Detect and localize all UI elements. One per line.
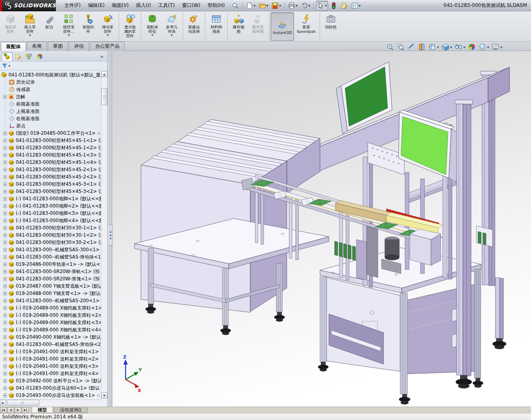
tree-item[interactable]: (固定) 019-20485-000工作平台<1> -:: [0, 129, 101, 137]
tree-item[interactable]: 原点: [0, 122, 101, 129]
tree-item[interactable]: 041-01283-000铝型材45×45-1<3> (默: [0, 151, 101, 159]
panel-collapse-handle[interactable]: ◀◀◀: [108, 225, 113, 246]
tree-item[interactable]: 041-01283-000铝型材45×45-3<1> (默: [0, 180, 101, 188]
open-button[interactable]: ▼: [258, 1, 270, 11]
left-cabinet[interactable]: [141, 119, 320, 312]
menu-item[interactable]: 视图(V): [108, 0, 132, 11]
expand-plus-icon[interactable]: [3, 343, 7, 346]
ribbon-button-exploded-view[interactable]: 爆炸视 图: [229, 12, 248, 41]
expand-plus-icon[interactable]: [3, 175, 7, 179]
monitor-front[interactable]: [399, 110, 460, 183]
sheet-tab[interactable]: 模型: [32, 407, 53, 413]
hide-show-items-button[interactable]: ▼: [454, 42, 466, 51]
tree-item[interactable]: 041-01283-000--机械臂SA5-滑动块<2: [0, 341, 101, 348]
tree-item[interactable]: (-) 041-01283-000地脚<2> (默认<<默: [0, 202, 101, 210]
ribbon-button-update-speedpak[interactable]: 更新 Speedpak: [294, 12, 318, 41]
tree-item[interactable]: 041-01283-000-SR20W-滑塊<1> (預: [0, 275, 101, 282]
menu-item[interactable]: 插入(I): [132, 0, 155, 11]
tree-item[interactable]: (-) 019-20489-000 X轴托板支撑柱<3>: [0, 319, 101, 326]
tree-item[interactable]: 019-20493-000步进马达安装板<1> -:: [0, 392, 101, 399]
tree-item[interactable]: 041-01283-000--机械臂SA5-200<1>: [0, 297, 101, 304]
search-button[interactable]: [230, 1, 240, 11]
front-right-column[interactable]: [455, 100, 473, 388]
dropdown-caret-icon[interactable]: ▼: [500, 46, 502, 49]
rebuild-button[interactable]: [329, 1, 339, 11]
vertical-scroll-thumb[interactable]: [101, 88, 107, 105]
command-tab[interactable]: 草图: [48, 42, 68, 51]
command-tab[interactable]: 办公室产品: [90, 42, 125, 51]
dropdown-caret-icon[interactable]: ▼: [171, 34, 173, 36]
tree-item[interactable]: 019-20490-000 X轴托板<1> -> (默认: [0, 333, 101, 341]
expand-plus-icon[interactable]: [3, 219, 7, 223]
tree-item[interactable]: 041-01283-000铝型材30×30-1<1> (默: [0, 224, 101, 231]
tree-item[interactable]: A注解: [0, 93, 101, 100]
expand-plus-icon[interactable]: [3, 386, 7, 390]
expand-plus-icon[interactable]: [3, 379, 7, 383]
tree-filter-input[interactable]: [13, 63, 106, 69]
expand-plus-icon[interactable]: [3, 132, 7, 135]
expand-plus-icon[interactable]: [3, 139, 7, 142]
expand-plus-icon[interactable]: [3, 241, 7, 244]
expand-plus-icon[interactable]: [3, 328, 7, 332]
command-tab[interactable]: 布局: [27, 42, 47, 51]
print-button[interactable]: ▼: [287, 1, 299, 11]
dropdown-caret-icon[interactable]: ▼: [296, 4, 298, 7]
command-tab[interactable]: 装配体: [1, 42, 26, 51]
previous-sheet-icon[interactable]: [7, 407, 14, 413]
tree-item[interactable]: (-) 019-20491-000 送料架支撑柱<4>: [0, 370, 101, 377]
tree-item[interactable]: 041-01283-000--机械臂SA5-滑动块<1: [0, 253, 101, 261]
last-sheet-icon[interactable]: [22, 407, 29, 413]
ribbon-button-smart-fasteners[interactable]: 智能扣 件: [79, 12, 98, 41]
ribbon-button-motion-study[interactable]: 新建运 动算例: [184, 12, 204, 41]
dropdown-caret-icon[interactable]: ▼: [487, 46, 489, 49]
tree-horizontal-scrollbar[interactable]: ◀ ▶: [0, 399, 101, 406]
tree-item[interactable]: (-) 019-20491-000 送料架支撑柱<3>: [0, 363, 101, 370]
ribbon-button-bom[interactable]: 材料明 细表: [207, 12, 226, 41]
options-button[interactable]: ▼: [350, 1, 362, 11]
tree-item[interactable]: (-) 019-20489-000 X轴托板支撑柱<2>: [0, 312, 101, 319]
tree-item[interactable]: 041-01283-000铝型材45×45-1<2> (默: [0, 144, 101, 151]
graphics-viewport[interactable]: Z Y X: [113, 51, 531, 407]
ribbon-button-insert-component[interactable]: 插入零 部件▼: [20, 12, 40, 41]
horizontal-scroll-thumb[interactable]: [7, 400, 39, 406]
tree-item[interactable]: (-) 019-20491-000 送料架支撑柱<1>: [0, 348, 101, 355]
tree-item[interactable]: 前视基准面: [0, 100, 101, 108]
expand-plus-icon[interactable]: [3, 197, 7, 201]
ribbon-button-linear-pattern[interactable]: 线性零 部件...▼: [59, 12, 79, 41]
scroll-up-icon[interactable]: ▲: [101, 71, 107, 77]
apply-scene-button[interactable]: ▼: [478, 42, 490, 51]
expand-plus-icon[interactable]: [3, 182, 7, 186]
dropdown-caret-icon[interactable]: ▼: [309, 4, 311, 7]
expand-plus-icon[interactable]: [3, 372, 7, 375]
view-settings-button[interactable]: ▼: [491, 42, 503, 51]
expand-plus-icon[interactable]: [3, 248, 7, 252]
first-sheet-icon[interactable]: [0, 407, 7, 413]
ribbon-button-move-component[interactable]: 移动零 部件▼: [98, 12, 117, 41]
new-document-button[interactable]: ▼: [245, 1, 257, 11]
tree-item[interactable]: 041-01283-000铝型材45×45-2<2> (默: [0, 173, 101, 180]
right-edge-column[interactable]: [493, 278, 506, 349]
expand-plus-icon[interactable]: [3, 394, 7, 397]
menu-item[interactable]: 帮助(H): [204, 0, 228, 11]
save-button[interactable]: ▼: [270, 1, 282, 11]
expand-plus-icon[interactable]: [3, 357, 7, 361]
dropdown-caret-icon[interactable]: ▼: [254, 4, 256, 7]
menu-item[interactable]: 工具(T): [155, 0, 179, 11]
expand-plus-icon[interactable]: [3, 292, 7, 295]
file-properties-button[interactable]: [339, 1, 349, 11]
tree-item[interactable]: 041-01283-000铝型材45×45-1<4> (默: [0, 159, 101, 166]
tree-item[interactable]: (-) 041-01283-000地脚<3> (默认<<默: [0, 210, 101, 217]
ribbon-button-snapshot[interactable]: 拍快照: [321, 12, 341, 41]
menu-item[interactable]: 窗口(W): [178, 0, 204, 11]
menu-item[interactable]: 文件(F): [61, 0, 84, 11]
panel-splitter[interactable]: ◀◀◀: [108, 51, 113, 407]
expand-plus-icon[interactable]: [3, 190, 7, 193]
zoom-fit-button[interactable]: [386, 42, 395, 51]
tree-item[interactable]: 041-01283-000-SR20W-滑軌<1> (預: [0, 268, 101, 275]
panel-tabs-overflow[interactable]: »: [100, 54, 106, 59]
featuremanager-tab[interactable]: [2, 52, 13, 61]
dropdown-caret-icon[interactable]: ▼: [325, 4, 327, 7]
expand-plus-icon[interactable]: [3, 299, 7, 303]
ribbon-button-instant3d[interactable]: Instant3D: [271, 12, 294, 41]
tree-item[interactable]: 019-20488-000 Y轴支臂<1> -> (默认: [0, 290, 101, 297]
